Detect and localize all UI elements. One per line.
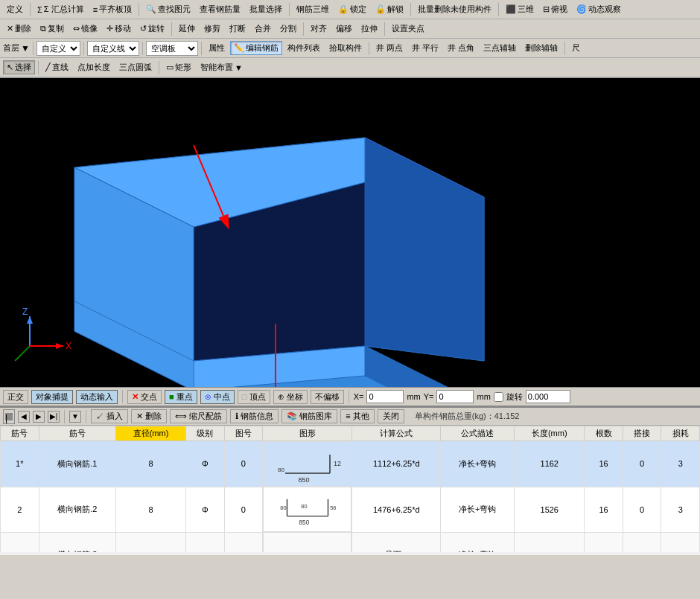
- top-view-btn[interactable]: ⊟ 俯视: [539, 2, 571, 16]
- intersect-btn[interactable]: ✕ 交点: [127, 390, 162, 404]
- unlock-btn[interactable]: 🔓 解锁: [372, 2, 407, 16]
- parallel-label: 井 平行: [412, 42, 439, 54]
- other-btn[interactable]: ≡ 其他: [340, 409, 374, 423]
- define-btn[interactable]: 定义: [3, 2, 27, 16]
- layer-label: 首层: [3, 42, 19, 54]
- rotate-btn[interactable]: ↺ 旋转: [136, 22, 168, 36]
- parallel-btn[interactable]: 井 平行: [408, 41, 442, 55]
- line-label: 直线: [52, 62, 69, 73]
- bottom-delete-btn[interactable]: ✕ 删除: [131, 409, 167, 423]
- nav-last-btn[interactable]: ▶|: [48, 411, 60, 423]
- scale-icon: ⟺: [175, 411, 187, 420]
- dynamic-input-btn[interactable]: 动态输入: [76, 390, 118, 404]
- sep4: [410, 3, 411, 16]
- move-btn[interactable]: ✛ 移动: [103, 22, 135, 36]
- level-icon: ≡: [93, 5, 98, 14]
- nav-prev-btn[interactable]: ◀: [18, 411, 30, 423]
- scale-rebar-btn[interactable]: ⟺ 缩尺配筋: [170, 409, 227, 423]
- offset-btn[interactable]: 偏移: [332, 22, 356, 36]
- table-row[interactable]: 2 横向钢筋.2 8 Φ 0 850 80 56 80 1476+6.25*d …: [1, 487, 700, 532]
- sum-label: Σ 汇总计算: [44, 4, 84, 15]
- break-btn[interactable]: 打断: [226, 22, 249, 36]
- edit-rebar-btn[interactable]: ✏️ 编辑钢筋: [230, 41, 282, 55]
- copy-btn[interactable]: ⧉ 复制: [36, 22, 68, 36]
- rebar-library-btn[interactable]: 📚 钢筋图库: [281, 409, 337, 423]
- merge-label: 合并: [255, 23, 271, 34]
- trim-btn[interactable]: 修剪: [200, 22, 224, 36]
- delete-axis-btn[interactable]: 删除辅轴: [521, 41, 561, 55]
- coord-btn[interactable]: ⊕ 坐标: [273, 390, 308, 404]
- extend-btn[interactable]: 延伸: [175, 22, 199, 36]
- point-length-btn[interactable]: 点加长度: [74, 60, 114, 74]
- status-bar: 正交 对象捕提 动态输入 ✕ 交点 ■ 重点 ⊙ 中点 □ 顶点 ⊕ 坐标 不偏…: [0, 387, 700, 406]
- cell-loss: 3: [661, 487, 700, 532]
- cell-count: 16: [585, 487, 623, 532]
- col-loss: 损耗: [661, 426, 700, 441]
- sum-calc-btn[interactable]: Σ Σ 汇总计算: [34, 2, 88, 16]
- midpoint-btn[interactable]: ■ 重点: [165, 390, 197, 404]
- rebar-table-container[interactable]: 筋号 筋号 直径(mm) 级别 图号 图形 计算公式 公式描述 长度(mm) 根…: [0, 426, 700, 552]
- split-btn[interactable]: 分割: [276, 22, 300, 36]
- rect-btn[interactable]: ▭ 矩形: [162, 60, 195, 74]
- dynamic-view-btn[interactable]: 🌀 动态观察: [573, 2, 625, 16]
- layer-line-select[interactable]: 自定义线: [87, 41, 139, 56]
- view-rebar-btn[interactable]: 查看钢筋量: [196, 2, 244, 16]
- mirror-btn[interactable]: ⇔ 镜像: [69, 22, 101, 36]
- insert-btn[interactable]: ↙ 插入: [91, 409, 128, 423]
- select-btn[interactable]: ↖ 选择: [3, 60, 35, 74]
- canvas-area[interactable]: Z X: [0, 78, 700, 387]
- nav-down-btn[interactable]: ▼: [69, 411, 81, 423]
- component-list-btn[interactable]: 构件列表: [284, 41, 324, 55]
- snap-btn[interactable]: 对象捕提: [31, 390, 73, 404]
- ruler-btn[interactable]: 尺: [568, 41, 584, 55]
- rebar-info-icon: ℹ: [235, 411, 238, 420]
- intersect-label: 交点: [141, 392, 157, 401]
- layer-type-select[interactable]: 自定义: [36, 41, 80, 56]
- rebar-table: 筋号 筋号 直径(mm) 级别 图号 图形 计算公式 公式描述 长度(mm) 根…: [0, 426, 700, 552]
- unlock-label: 解锁: [387, 4, 404, 15]
- svg-text:X: X: [66, 341, 71, 351]
- x-input[interactable]: [366, 390, 404, 403]
- merge-btn[interactable]: 合并: [251, 22, 275, 36]
- set-grip-btn[interactable]: 设置夹点: [388, 22, 428, 36]
- arc-btn[interactable]: 三点圆弧: [115, 60, 156, 74]
- rotate-icon: ↺: [140, 24, 147, 33]
- batch-delete-btn[interactable]: 批量删除未使用构件: [414, 2, 495, 16]
- find-element-btn[interactable]: 🔍 查找图元: [142, 2, 194, 16]
- cell-formula: 1476+6.25*d: [352, 487, 441, 532]
- close-btn[interactable]: 关闭: [378, 409, 404, 423]
- sep13: [369, 42, 369, 55]
- smart-layout-btn[interactable]: 智能布置 ▼: [197, 60, 246, 74]
- point-angle-btn[interactable]: 井 点角: [444, 41, 478, 55]
- level-plate-btn[interactable]: ≡ 平齐板顶: [89, 2, 136, 16]
- delete-btn[interactable]: ✕ 删除: [3, 22, 35, 36]
- stretch-btn[interactable]: 拉伸: [357, 22, 381, 36]
- two-point-btn[interactable]: 井 两点: [372, 41, 407, 55]
- table-row[interactable]: 3 横向钢筋.3 Φ 见下... 见下... 净长+弯钩 735: [1, 532, 700, 552]
- line-btn[interactable]: ╱ 直线: [42, 60, 72, 74]
- nav-next-btn[interactable]: ▶: [33, 411, 45, 423]
- three-point-axis-btn[interactable]: 三点辅轴: [480, 41, 520, 55]
- nav-first[interactable]: |◀: [5, 413, 13, 420]
- rebar3d-btn[interactable]: 钢筋三维: [293, 2, 333, 16]
- batch-select-btn[interactable]: 批量选择: [246, 2, 286, 16]
- pick-component-btn[interactable]: 拾取构件: [325, 41, 366, 55]
- ortho-btn[interactable]: 正交: [3, 390, 28, 404]
- component-select[interactable]: 空调板: [146, 41, 198, 56]
- property-btn[interactable]: 属性: [205, 41, 229, 55]
- vertex-btn[interactable]: □ 顶点: [238, 390, 270, 404]
- rotate-input[interactable]: [526, 390, 570, 403]
- rebar-info-btn[interactable]: ℹ 钢筋信息: [230, 409, 279, 423]
- center-btn[interactable]: ⊙ 中点: [200, 390, 235, 404]
- y-input[interactable]: [436, 390, 474, 403]
- sep20: [86, 410, 86, 423]
- lock-btn[interactable]: 🔒 锁定: [334, 2, 370, 16]
- align-btn[interactable]: 对齐: [307, 22, 331, 36]
- table-row[interactable]: 1* 横向钢筋.1 8 Φ 0 850 12 80 1112+6.25*d 净长…: [1, 441, 700, 487]
- sep11: [142, 42, 143, 55]
- col-name: 筋号: [39, 426, 115, 441]
- 3d-view-btn[interactable]: ⬛ 三维: [502, 2, 538, 16]
- cell-diagram: 850 80 56 80: [263, 487, 351, 532]
- rotate-checkbox[interactable]: [494, 392, 503, 402]
- no-offset-btn[interactable]: 不偏移: [311, 390, 344, 404]
